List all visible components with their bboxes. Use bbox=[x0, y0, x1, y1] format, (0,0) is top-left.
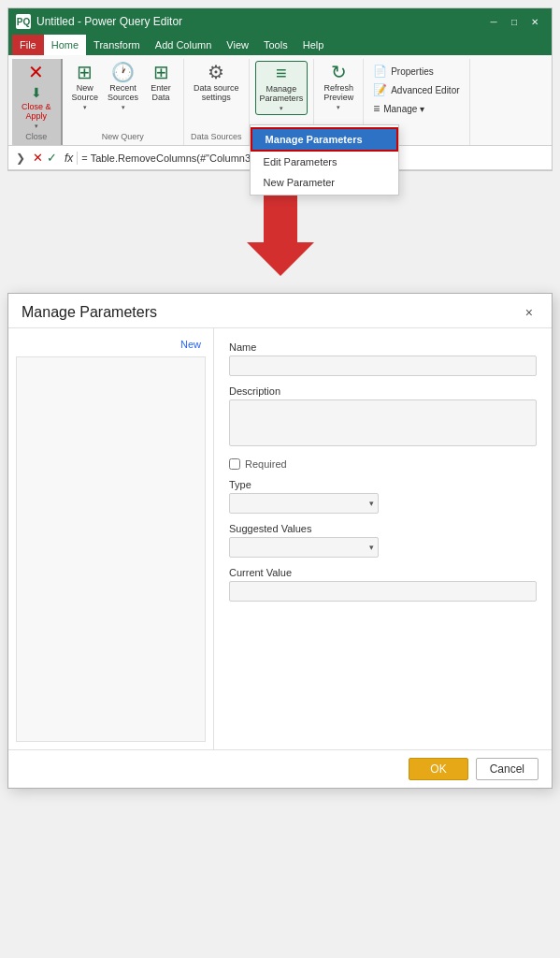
menu-help[interactable]: Help bbox=[295, 35, 332, 55]
manage-parameters-icon: ≡ bbox=[276, 64, 287, 82]
name-label: Name bbox=[229, 341, 537, 353]
dialog-footer: OK Cancel bbox=[8, 749, 552, 788]
dialog-left-panel: New bbox=[8, 328, 214, 749]
menu-view[interactable]: View bbox=[219, 35, 256, 55]
new-parameter-menu-item[interactable]: New Parameter bbox=[251, 172, 398, 193]
app-icon: PQ bbox=[16, 14, 31, 29]
required-label: Required bbox=[245, 458, 287, 470]
suggested-values-label: Suggested Values bbox=[229, 523, 537, 534]
arrow-head bbox=[247, 242, 314, 276]
power-query-editor: PQ Untitled - Power Query Editor ─ □ ✕ F… bbox=[7, 7, 553, 171]
ribbon-group-close: ✕⬇ Close & Apply ▾ Close bbox=[12, 59, 63, 145]
ok-button[interactable]: OK bbox=[409, 758, 467, 780]
parameter-list bbox=[16, 356, 206, 742]
dialog-overlay: Manage Parameters × New Name Descript bbox=[0, 285, 560, 796]
description-input[interactable] bbox=[229, 399, 537, 446]
close-apply-button[interactable]: ✕⬇ Close & Apply ▾ bbox=[18, 61, 55, 132]
dialog-new-button[interactable]: New bbox=[176, 336, 206, 353]
refresh-preview-button[interactable]: ↻ RefreshPreview ▾ bbox=[320, 61, 357, 113]
maximize-button[interactable]: □ bbox=[505, 12, 524, 31]
new-source-button[interactable]: ⊞ NewSource ▾ bbox=[68, 61, 103, 113]
refresh-arrow: ▾ bbox=[337, 104, 340, 111]
ribbon-group-manage-params: ≡ ManageParameters ▾ Manage Parameters E… bbox=[250, 59, 315, 145]
manage-button[interactable]: ≡ Manage ▾ bbox=[369, 100, 428, 117]
suggested-values-select-wrapper: Any value List of values Query bbox=[229, 537, 379, 558]
type-select[interactable]: Text Number Date DateTime DateTimeZone D… bbox=[229, 493, 379, 514]
manage-parameters-button[interactable]: ≡ ManageParameters ▾ bbox=[255, 61, 309, 115]
name-input[interactable] bbox=[229, 356, 537, 376]
menu-tools[interactable]: Tools bbox=[256, 35, 295, 55]
manage-params-dropdown: Manage Parameters Edit Parameters New Pa… bbox=[250, 124, 399, 196]
properties-button[interactable]: 📄 Properties bbox=[369, 63, 438, 80]
nav-prev-button[interactable]: ❯ bbox=[12, 152, 29, 165]
advanced-editor-icon: 📝 bbox=[373, 83, 387, 96]
type-select-wrapper: Text Number Date DateTime DateTimeZone D… bbox=[229, 493, 379, 514]
title-text: Untitled - Power Query Editor bbox=[36, 15, 182, 28]
advanced-editor-button[interactable]: 📝 Advanced Editor bbox=[369, 81, 463, 98]
menu-add-column[interactable]: Add Column bbox=[148, 35, 220, 55]
title-bar: PQ Untitled - Power Query Editor ─ □ ✕ bbox=[8, 8, 552, 35]
current-value-field: Current Value bbox=[229, 567, 537, 602]
recent-sources-button[interactable]: 🕐 RecentSources ▾ bbox=[104, 61, 142, 113]
required-checkbox[interactable] bbox=[229, 458, 240, 470]
suggested-values-field: Suggested Values Any value List of value… bbox=[229, 523, 537, 558]
ribbon-group-data-sources-label: Data Sources bbox=[190, 132, 243, 143]
window-controls: ─ □ ✕ bbox=[484, 12, 544, 31]
manage-icon: ≡ bbox=[373, 102, 380, 115]
down-arrow bbox=[247, 196, 314, 276]
menu-bar: File Home Transform Add Column View Tool… bbox=[8, 35, 552, 55]
menu-transform[interactable]: Transform bbox=[86, 35, 148, 55]
refresh-preview-icon: ↻ bbox=[331, 63, 347, 81]
close-apply-arrow: ▾ bbox=[35, 123, 38, 130]
fx-label: fx bbox=[61, 152, 78, 165]
ribbon-group-data-sources: ⚙ Data sourcesettings Data Sources bbox=[184, 59, 250, 145]
formula-cancel-button[interactable]: ✕ bbox=[33, 151, 43, 165]
ribbon-group-new-query-label: New Query bbox=[68, 132, 179, 143]
manage-params-arrow: ▾ bbox=[280, 105, 283, 112]
data-source-settings-button[interactable]: ⚙ Data sourcesettings bbox=[190, 61, 243, 104]
new-source-icon: ⊞ bbox=[77, 63, 93, 81]
menu-home[interactable]: Home bbox=[44, 35, 86, 55]
dialog-title-bar: Manage Parameters × bbox=[8, 294, 552, 328]
suggested-values-select[interactable]: Any value List of values Query bbox=[229, 537, 379, 558]
cancel-button[interactable]: Cancel bbox=[476, 758, 538, 780]
description-label: Description bbox=[229, 385, 537, 397]
properties-icon: 📄 bbox=[373, 65, 387, 78]
recent-sources-icon: 🕐 bbox=[111, 63, 135, 81]
enter-data-button[interactable]: ⊞ EnterData bbox=[144, 61, 178, 104]
recent-sources-arrow: ▾ bbox=[122, 104, 125, 111]
ribbon: ✕⬇ Close & Apply ▾ Close ⊞ NewSource ▾ 🕐… bbox=[8, 55, 552, 146]
required-row: Required bbox=[229, 458, 537, 470]
close-apply-icon: ✕⬇ bbox=[28, 63, 44, 100]
minimize-button[interactable]: ─ bbox=[484, 12, 503, 31]
formula-confirm-button[interactable]: ✓ bbox=[47, 151, 57, 165]
type-label: Type bbox=[229, 479, 537, 490]
description-field: Description bbox=[229, 385, 537, 449]
edit-parameters-menu-item[interactable]: Edit Parameters bbox=[251, 152, 398, 172]
ribbon-group-close-label: Close bbox=[18, 132, 55, 143]
enter-data-icon: ⊞ bbox=[153, 63, 169, 81]
new-source-arrow: ▾ bbox=[83, 104, 87, 111]
type-field: Type Text Number Date DateTime DateTimeZ… bbox=[229, 479, 537, 514]
dialog-close-button[interactable]: × bbox=[520, 303, 538, 322]
current-value-label: Current Value bbox=[229, 567, 537, 578]
dialog-title: Manage Parameters bbox=[22, 304, 157, 321]
data-source-settings-icon: ⚙ bbox=[208, 63, 224, 81]
manage-parameters-dialog: Manage Parameters × New Name Descript bbox=[7, 293, 553, 789]
dialog-right-panel: Name Description Required Type bbox=[214, 328, 552, 749]
manage-parameters-menu-item[interactable]: Manage Parameters bbox=[251, 127, 398, 152]
arrow-shaft bbox=[264, 196, 297, 242]
ribbon-group-new-query: ⊞ NewSource ▾ 🕐 RecentSources ▾ ⊞ EnterD… bbox=[63, 59, 185, 145]
window-close-button[interactable]: ✕ bbox=[525, 12, 544, 31]
name-field: Name bbox=[229, 341, 537, 376]
dialog-body: New Name Description R bbox=[8, 328, 552, 749]
current-value-input[interactable] bbox=[229, 581, 537, 602]
menu-file[interactable]: File bbox=[12, 35, 44, 55]
